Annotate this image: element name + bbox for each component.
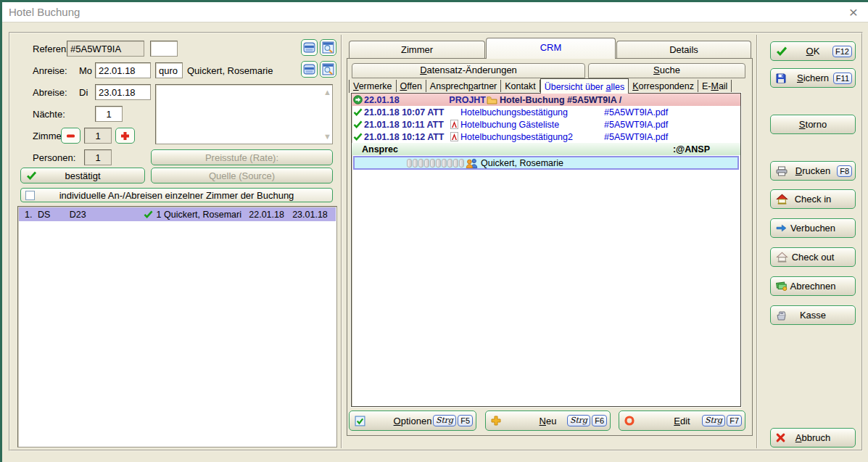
crm-contact-row[interactable]: Quickert, Rosemarie [353, 156, 739, 170]
tab-ansprechpartner[interactable]: Ansprechpartner [426, 80, 501, 93]
referenz-extra-field[interactable] [150, 41, 178, 57]
house-check-out-icon [776, 252, 788, 263]
close-icon[interactable]: × [849, 3, 858, 22]
referenz-field[interactable] [67, 41, 144, 57]
optionen-button[interactable]: Optionen Strg F5 [349, 411, 476, 431]
circle-icon [624, 416, 635, 426]
crm-row-date: 21.01.18 10:07 [364, 107, 425, 117]
crm-row-tag: ATT [426, 120, 443, 130]
f8-key-badge: F8 [837, 165, 852, 177]
kasse-button[interactable]: Kasse [770, 305, 856, 325]
tab-korrespondenz[interactable]: Korrespondenz [629, 80, 698, 93]
abrechnen-button[interactable]: Abrechnen [770, 276, 856, 296]
tab-email[interactable]: E-Mail [698, 80, 732, 93]
tab-suche[interactable]: Suche [588, 63, 745, 78]
abreise-date-field[interactable] [95, 84, 151, 100]
personen-label: Personen: [33, 152, 75, 163]
crm-row-file: #5A5WT9IA.pdf [604, 107, 668, 117]
crm-row-tag: ATT [427, 107, 444, 117]
section-right-text: :@ANSP [673, 144, 710, 154]
house-check-in-icon [776, 194, 788, 205]
check-icon [776, 46, 788, 56]
check-icon [352, 108, 364, 116]
sichern-button[interactable]: Sichern F11 [770, 68, 856, 88]
tab-datensatz-aenderungen[interactable]: Datensatz-Änderungen [352, 63, 585, 78]
optionen-label: Optionen [394, 416, 432, 426]
printer-icon [776, 166, 788, 176]
zimmer-plus-button[interactable] [115, 128, 135, 144]
ok-label: OK [806, 46, 820, 57]
separator-left [341, 35, 342, 448]
crm-subtabs: Vermerke Offen Ansprechpartner Kontakt Ü… [349, 78, 732, 93]
check-icon [352, 133, 364, 141]
quelle-button[interactable]: Quelle (Source) [151, 168, 333, 183]
contact-name: Quickert, Rosemarie [481, 158, 563, 168]
tab-zimmer[interactable]: Zimmer [349, 41, 485, 59]
zimmer-count-field[interactable] [84, 128, 112, 144]
abreise-weekday: Di [79, 87, 88, 98]
verbuchen-label: Verbuchen [790, 223, 835, 234]
card-index-button[interactable] [301, 39, 318, 56]
options-checkbox-icon [355, 416, 365, 426]
crm-row-doc[interactable]: 21.01.18 10:07 ATT Hotelbuchungsbestätig… [352, 106, 740, 118]
sichern-label: Sichern [797, 73, 829, 83]
edit-button[interactable]: Edit Strg F7 [619, 411, 745, 431]
card-index-icon [303, 41, 315, 54]
scroll-down-icon[interactable]: ▼ [323, 133, 331, 140]
tab-details[interactable]: Details [616, 41, 751, 59]
check-in-button[interactable]: Check in [770, 189, 856, 209]
search-button[interactable] [320, 39, 336, 56]
room-row-room: D23 [70, 210, 133, 220]
search-button-2[interactable] [320, 61, 336, 78]
tab-uebersicht-ueber-alles[interactable]: Übersicht über alles [540, 78, 629, 94]
bestaetigt-button[interactable]: bestätigt [20, 168, 145, 183]
crm-row-doc[interactable]: 21.01.18 10:11 ATT Hotelbuchung Gästelis… [352, 118, 740, 131]
scroll-up-icon[interactable]: ▲ [323, 88, 331, 96]
drucken-button[interactable]: Drucken F8 [770, 161, 856, 181]
crm-row-file: #5A5WT9IA.pdf [604, 132, 668, 142]
titlebar: Hotel Buchung × [2, 2, 868, 22]
ok-button[interactable]: OK F12 [770, 41, 856, 61]
naechte-label: Nächte: [33, 109, 65, 120]
individual-dates-checkbox-bar[interactable]: individuelle An-/Abreisen einzelner Zimm… [20, 188, 333, 202]
crm-row-tag: ATT [427, 132, 444, 142]
crm-row-title: Hotel-Buchung #5A5WT9IA / [500, 95, 621, 105]
crm-row-project[interactable]: 22.01.18 PROJHT Hotel-Buchung #5A5WT9IA … [352, 94, 740, 106]
zimmer-minus-button[interactable] [61, 128, 80, 144]
room-list-row[interactable]: 1. DS D23 1 Quickert, Rosemari 22.01.18 … [19, 207, 336, 221]
strg-key-badge: Strg [433, 415, 456, 426]
kasse-label: Kasse [800, 310, 826, 321]
crm-history-list[interactable]: 22.01.18 PROJHT Hotel-Buchung #5A5WT9IA … [351, 93, 741, 407]
crm-row-date: 22.01.18 [364, 95, 448, 105]
floppy-disk-icon [776, 73, 786, 83]
room-row-arrival: 22.01.18 [249, 210, 292, 220]
preisstufe-button[interactable]: Preisstufe (Rate): [151, 149, 333, 165]
crm-row-title: Hotelbuchungsbestätigung2 [460, 132, 604, 142]
crm-row-doc[interactable]: 21.01.18 10:12 ATT Hotelbuchungsbestätig… [352, 131, 740, 143]
tab-offen[interactable]: Offen [397, 80, 426, 93]
anreise-date-field[interactable] [95, 62, 151, 78]
checkbox-icon[interactable] [25, 191, 35, 200]
storno-button[interactable]: Storno [770, 115, 856, 134]
abbruch-button[interactable]: Abbruch [770, 428, 856, 447]
crm-row-title: Hotelbuchung Gästeliste [460, 120, 604, 130]
guest-code-field[interactable] [155, 62, 183, 78]
tab-label: Suche [653, 65, 680, 75]
neu-button[interactable]: Neu Strg F6 [485, 411, 611, 431]
verbuchen-button[interactable]: Verbuchen [770, 218, 856, 238]
pdf-icon [448, 132, 460, 141]
strg-key-badge: Strg [567, 415, 590, 426]
tab-kontakt[interactable]: Kontakt [501, 80, 540, 93]
tab-vermerke[interactable]: Vermerke [349, 80, 397, 93]
x-icon [776, 433, 785, 442]
naechte-field[interactable] [95, 106, 123, 122]
personen-field[interactable] [84, 149, 112, 165]
crm-row-date: 21.01.18 10:12 [364, 132, 425, 142]
cash-register-icon [776, 310, 787, 321]
tab-crm[interactable]: CRM [486, 38, 616, 59]
notes-textarea[interactable] [155, 84, 333, 144]
check-out-button[interactable]: Check out [770, 247, 856, 267]
room-list[interactable]: 1. DS D23 1 Quickert, Rosemari 22.01.18 … [17, 206, 337, 447]
people-icon [466, 158, 479, 168]
card-index-button-2[interactable] [301, 61, 318, 78]
